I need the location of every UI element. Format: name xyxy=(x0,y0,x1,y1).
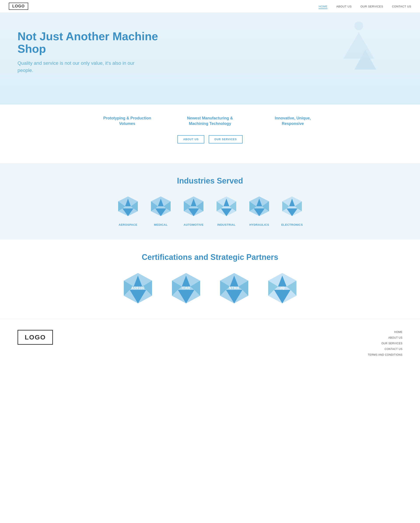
hex-medical xyxy=(148,194,174,221)
hex-ntma: NTMA xyxy=(217,270,252,306)
footer-link-contact[interactable]: CONTACT US xyxy=(385,348,403,351)
certifications-section: Certifications and Strategic Partners AS… xyxy=(0,239,420,319)
industry-label-hydraulics: HYDRAULICS xyxy=(249,223,269,226)
industry-item-medical: MEDICAL xyxy=(148,194,174,226)
industry-label-aerospace: AEROSPACE xyxy=(119,223,137,226)
hex-industrial xyxy=(213,194,239,221)
hex-as9100: AS9100 xyxy=(120,270,155,306)
industries-section: Industries Served AEROSPACE xyxy=(0,163,420,239)
nav-link-about[interactable]: ABOUT US xyxy=(336,5,352,8)
value-prop-innovative: Innovative, Unique, Responsive xyxy=(269,115,317,144)
industry-label-automotive: AUTOMOTIVE xyxy=(183,223,203,226)
industry-item-automotive: AUTOMOTIVE xyxy=(181,194,207,226)
nav-links: HOME ABOUT US OUR SERVICES CONTACT US xyxy=(319,4,411,8)
certifications-heading: Certifications and Strategic Partners xyxy=(17,253,403,262)
footer-link-services[interactable]: OUR SERVICES xyxy=(381,342,403,345)
hex-electronics xyxy=(279,194,305,221)
value-buttons: ABOUT US OUR SERVICES xyxy=(177,135,242,144)
footer: LOGO HOME ABOUT US OUR SERVICES CONTACT … xyxy=(0,319,420,365)
our-services-button[interactable]: OUR SERVICES xyxy=(209,135,242,144)
cert-label-jq: JQ xyxy=(280,286,285,290)
industry-item-hydraulics: HYDRAULICS xyxy=(246,194,272,226)
about-us-button[interactable]: ABOUT US xyxy=(177,135,204,144)
nav-logo: LOGO xyxy=(9,3,28,10)
hero-bg-shapes xyxy=(341,21,376,70)
nav-link-services[interactable]: OUR SERVICES xyxy=(361,5,383,8)
industry-label-medical: MEDICAL xyxy=(154,223,168,226)
industry-label-electronics: ELECTRONICS xyxy=(281,223,303,226)
footer-link-home[interactable]: HOME xyxy=(394,330,403,334)
hex-aerospace xyxy=(115,194,141,221)
value-props-row: Prototyping & Production Volumes Newest … xyxy=(17,115,403,144)
hex-automotive xyxy=(181,194,207,221)
navbar: LOGO HOME ABOUT US OUR SERVICES CONTACT … xyxy=(0,0,420,13)
industry-item-aerospace: AEROSPACE xyxy=(115,194,141,226)
cert-label-itar: ITAR xyxy=(182,286,190,290)
value-prop-prototyping: Prototyping & Production Volumes xyxy=(103,115,151,144)
cert-label-as9100: AS9100 xyxy=(131,286,145,290)
nav-link-contact[interactable]: CONTACT US xyxy=(392,5,411,8)
cert-label-ntma: NTMA xyxy=(229,286,239,290)
footer-nav: HOME ABOUT US OUR SERVICES CONTACT US TE… xyxy=(368,330,403,357)
hex-hydraulics xyxy=(246,194,272,221)
footer-link-terms[interactable]: TERMS AND CONDITIONS xyxy=(368,353,403,356)
nav-link-home[interactable]: HOME xyxy=(319,5,328,9)
footer-link-about[interactable]: ABOUT US xyxy=(388,336,403,339)
value-props-section: Prototyping & Production Volumes Newest … xyxy=(0,105,420,163)
industry-item-industrial: INDUSTRIAL xyxy=(213,194,239,226)
hex-jq: JQ xyxy=(265,270,300,306)
hero-heading: Not Just Another Machine Shop xyxy=(17,30,171,55)
hero-section: Not Just Another Machine Shop Quality an… xyxy=(0,13,420,105)
hex-itar: ITAR xyxy=(168,270,203,306)
industry-item-electronics: ELECTRONICS xyxy=(279,194,305,226)
value-prop-manufacturing: Newest Manufacturing & Machining Technol… xyxy=(186,115,234,126)
hero-subheading: Quality and service is not our only valu… xyxy=(17,59,138,74)
industry-label-industrial: INDUSTRIAL xyxy=(217,223,236,226)
industries-heading: Industries Served xyxy=(17,176,403,186)
hero-triangle-small xyxy=(354,50,376,70)
industry-grid: AEROSPACE MEDICAL xyxy=(17,194,403,226)
footer-logo: LOGO xyxy=(17,330,53,345)
cert-grid: AS9100 ITAR NTMA xyxy=(17,270,403,306)
hero-circle xyxy=(354,21,363,30)
